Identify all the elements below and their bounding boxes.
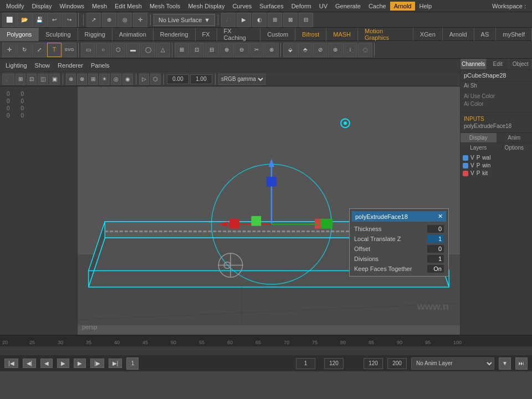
anim-layer-options-btn[interactable]: ▼ [499, 357, 511, 370]
panel-show[interactable]: Show [33, 61, 53, 70]
exposure-input[interactable] [167, 74, 189, 84]
next-key-btn[interactable]: |▶ [90, 359, 104, 368]
playback-start-input[interactable] [364, 358, 383, 369]
tab-mash[interactable]: MASH [326, 28, 358, 41]
go-to-end-btn[interactable]: ▶| [109, 359, 122, 368]
iso-btn[interactable]: ⬡ [150, 74, 161, 85]
next-frame-btn[interactable]: ▶ [74, 359, 86, 368]
paint-btn[interactable]: ◎ [117, 13, 132, 27]
tab-fx[interactable]: FX [196, 28, 217, 41]
menu-arnold[interactable]: Arnold [390, 2, 416, 11]
popup-local-z-value[interactable]: 1 [427, 235, 444, 243]
popup-offset-value[interactable]: 0 [427, 245, 444, 253]
options-tab[interactable]: Options [497, 143, 533, 152]
popup-thickness-value[interactable]: 0 [427, 225, 444, 233]
select-tool-btn[interactable]: ↗ [86, 13, 101, 27]
inputs-section-value[interactable]: polyExtrudeFace18 [464, 123, 529, 129]
append-btn[interactable]: ⬙ [283, 43, 298, 57]
prev-key-btn[interactable]: ◀| [23, 359, 37, 368]
open-scene-btn[interactable]: 📂 [17, 13, 32, 27]
move-btn[interactable]: ✛ [133, 13, 147, 27]
menu-display[interactable]: Display [28, 2, 55, 11]
view-btn-3[interactable]: ⊡ [27, 74, 37, 85]
text-icon-btn[interactable]: T [47, 43, 62, 57]
menu-curves[interactable]: Curves [228, 2, 255, 11]
end-frame-input[interactable] [324, 358, 344, 369]
view-btn-12[interactable]: ▷ [139, 74, 149, 85]
viewport-panel[interactable]: polyExtrudeFace18 ✕ Thickness 0 Local Tr… [78, 86, 460, 335]
lasso-btn[interactable]: ⊕ [102, 13, 116, 27]
object-tab[interactable]: Object [509, 59, 532, 69]
cube-icon-btn[interactable]: ▭ [81, 43, 95, 57]
start-frame-input[interactable] [296, 358, 315, 369]
menu-generate[interactable]: Generate [331, 2, 365, 11]
view-btn-9[interactable]: ☀ [99, 74, 110, 85]
popup-close-icon[interactable]: ✕ [438, 213, 443, 220]
view-btn-5[interactable]: ▣ [49, 74, 60, 85]
tab-myshelf[interactable]: myShelf [496, 28, 532, 41]
popup-keep-faces-value[interactable]: On [427, 265, 444, 273]
layers-tab[interactable]: Layers [461, 143, 497, 152]
no-live-surface-btn[interactable]: No Live Surface ▼ [154, 14, 215, 26]
view-btn-6[interactable]: ⊕ [66, 74, 76, 85]
panel-lighting[interactable]: Lighting [3, 61, 29, 70]
snap-btn[interactable]: ⊞ [268, 13, 282, 27]
collapse-btn[interactable]: ⊘ [313, 43, 328, 57]
tab-custom[interactable]: Custom [260, 28, 295, 41]
knife-btn[interactable]: ✂ [249, 43, 264, 57]
flip-btn[interactable]: ↕ [343, 43, 357, 57]
go-to-start-btn[interactable]: |◀ [4, 359, 18, 368]
view-btn-1[interactable]: 🎥 [2, 74, 14, 85]
tab-motion-graphics[interactable]: Motion Graphics [358, 28, 413, 41]
connect-btn[interactable]: ⊗ [264, 43, 279, 57]
view-btn-7[interactable]: ⊗ [77, 74, 87, 85]
anim-layer-select[interactable]: No Anim Layer [411, 357, 494, 370]
cylinder-icon-btn[interactable]: ⬡ [111, 43, 125, 57]
view-btn-2[interactable]: ⊞ [16, 74, 25, 85]
menu-modify[interactable]: Modify [2, 2, 28, 11]
tab-polygons[interactable]: Polygons [0, 28, 39, 41]
bridge-btn[interactable]: ⊟ [204, 43, 219, 57]
scale-icon-btn[interactable]: ⤢ [32, 43, 47, 57]
panel-panels[interactable]: Panels [89, 61, 112, 70]
smooth-btn[interactable]: ◌ [358, 43, 372, 57]
color-space-select[interactable]: sRGB gamma [218, 74, 265, 85]
weld-btn[interactable]: ⊛ [328, 43, 342, 57]
tab-rigging[interactable]: Rigging [78, 28, 112, 41]
tab-animation[interactable]: Animation [112, 28, 154, 41]
bevel-btn[interactable]: ⊡ [190, 43, 204, 57]
sphere-icon-btn[interactable]: ○ [96, 43, 110, 57]
plane-icon-btn[interactable]: ▬ [126, 43, 140, 57]
merge-btn[interactable]: ⊕ [219, 43, 234, 57]
menu-help[interactable]: Help [415, 2, 436, 11]
split-btn[interactable]: ⊖ [234, 43, 249, 57]
redo-btn[interactable]: ↪ [62, 13, 76, 27]
extrude-btn[interactable]: ⊞ [175, 43, 189, 57]
menu-windows[interactable]: Windows [55, 2, 88, 11]
view-btn-8[interactable]: ⊞ [88, 74, 98, 85]
rotate-icon-btn[interactable]: ↻ [17, 43, 32, 57]
gamma-input[interactable] [190, 74, 212, 84]
ipr-btn[interactable]: ◐ [252, 13, 267, 27]
timeline-ruler[interactable]: 20 25 30 35 40 45 50 55 60 65 70 75 80 8… [0, 335, 532, 346]
grid-btn[interactable]: ⊟ [299, 13, 313, 27]
playback-end-input[interactable] [387, 358, 407, 369]
menu-deform[interactable]: Deform [288, 2, 315, 11]
menu-surfaces[interactable]: Surfaces [255, 2, 287, 11]
channels-tab[interactable]: Channels [461, 59, 487, 69]
tab-arnold[interactable]: Arnold [443, 28, 474, 41]
timeline-bar[interactable] [0, 346, 532, 355]
menu-cache[interactable]: Cache [365, 2, 390, 11]
magnet-btn[interactable]: ⊠ [283, 13, 298, 27]
tab-sculpting[interactable]: Sculpting [39, 28, 78, 41]
anim-tab[interactable]: Anim [497, 133, 533, 142]
tab-fx-caching[interactable]: FX Caching [217, 28, 261, 41]
menu-mesh[interactable]: Mesh [88, 2, 111, 11]
menu-edit-mesh[interactable]: Edit Mesh [111, 2, 146, 11]
menu-uv[interactable]: UV [315, 2, 331, 11]
popup-divisions-value[interactable]: 1 [427, 255, 444, 263]
panel-renderer[interactable]: Renderer [55, 61, 85, 70]
tab-xgen[interactable]: XGen [413, 28, 443, 41]
prev-frame-btn[interactable]: ◀ [40, 359, 53, 368]
playback-options-btn[interactable]: ⏭ [515, 357, 528, 370]
